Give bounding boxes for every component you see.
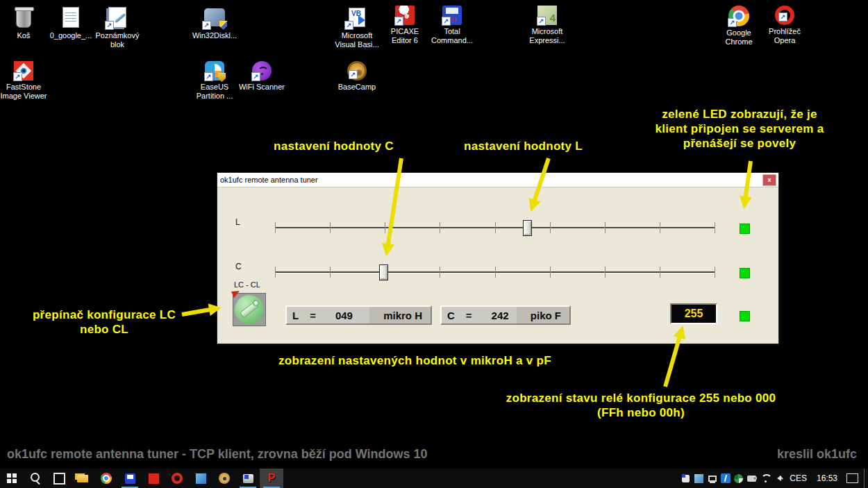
slider-tick: [330, 222, 331, 233]
tray-item-defender[interactable]: [732, 469, 745, 488]
desktop-icon-basecamp[interactable]: ↗BaseCamp: [330, 61, 384, 92]
taskbar-item-picaxe[interactable]: [142, 469, 165, 488]
desktop-icon-faststone[interactable]: ↗FastStoneImage Viewer: [0, 61, 51, 101]
annotation-relay-line2: (FFh nebo 00h): [478, 405, 804, 420]
slider-tick: [550, 222, 551, 233]
slider-tick: [660, 267, 660, 278]
desktop-icon-label: PICAXEEditor 6: [378, 27, 432, 45]
desktop-icon-label: MicrosoftVisual Basi...: [330, 31, 384, 49]
shortcut-arrow-icon: ↗: [778, 12, 787, 22]
desktop-icon-easeus[interactable]: ↗EaseUSPartition ...: [187, 61, 242, 101]
chrome-icon: ↗: [728, 6, 749, 26]
taskbar-item-faststone[interactable]: [212, 469, 236, 488]
tray-item-bluetooth[interactable]: [719, 469, 732, 488]
taskbar-item-total-commander[interactable]: [118, 469, 142, 488]
file-explorer-icon: [76, 471, 90, 485]
slider-c-thumb[interactable]: [379, 264, 388, 280]
taskbar-item-opera[interactable]: [165, 469, 189, 488]
taskbar-item-photos[interactable]: [189, 469, 212, 488]
tray-item-volume-muted[interactable]: [771, 469, 785, 488]
window-title: ok1ufc remote antenna tuner: [220, 176, 318, 184]
annotation-switch: přepínač konfigurace LC nebo CL: [7, 308, 201, 337]
slider-tick: [715, 267, 715, 278]
notification-center-icon[interactable]: [846, 473, 858, 483]
tray-app-icon: [681, 473, 691, 483]
search-icon: [28, 471, 42, 485]
annotation-switch-line1: přepínač konfigurace LC: [7, 308, 201, 322]
taskbar-item-file-explorer[interactable]: [71, 469, 94, 488]
slider-tick: [605, 222, 606, 233]
tray-monitors-icon: [708, 473, 717, 483]
close-button[interactable]: x: [762, 174, 776, 186]
desktop-icon-label: Win32Diskl...: [187, 31, 242, 40]
led-l: [740, 224, 750, 234]
photos-icon: [194, 471, 208, 485]
slider-tick: [440, 267, 440, 278]
shortcut-arrow-icon: ↗: [537, 17, 546, 26]
tray-item-monitors[interactable]: [706, 469, 719, 488]
shortcut-arrow-icon: ↗: [344, 21, 353, 30]
tray-icons: [679, 469, 785, 488]
opera-icon: [170, 471, 184, 485]
c-display-eq: =: [466, 310, 472, 321]
slider-tick: [495, 222, 496, 233]
tray-item-phone[interactable]: [745, 469, 758, 488]
led-relay: [740, 311, 750, 321]
annotation-relay: zobrazení stavu relé konfigurace 255 neb…: [478, 391, 804, 420]
chrome-icon: [99, 471, 113, 485]
language-indicator[interactable]: CES: [790, 473, 807, 483]
tuner-window: ok1ufc remote antenna tuner x L C LC - C…: [217, 172, 779, 346]
annotation-led-line2: klient připojen se serverem a: [628, 121, 851, 136]
c-value-display: C = 242 piko F: [440, 305, 571, 325]
taskbar-item-win32-disk-imager[interactable]: [236, 469, 260, 488]
desktop-icon-label: TotalCommand...: [425, 27, 479, 45]
caption-left: ok1ufc remote antenna tuner - TCP klient…: [7, 447, 428, 462]
slider-l-label: L: [235, 217, 240, 227]
tray-item-app[interactable]: [679, 469, 692, 488]
diskimager-icon: ↗: [203, 6, 226, 29]
lc-cl-label: LC - CL: [234, 280, 260, 289]
picaxe-icon: [147, 471, 160, 485]
slider-c-label: C: [235, 262, 242, 271]
clock[interactable]: 16:53: [817, 473, 837, 483]
annotation-l: nastavení hodnoty L: [464, 139, 583, 153]
vb-icon: VB↗: [345, 6, 369, 29]
taskbar-item-search[interactable]: [24, 469, 47, 488]
title-bar[interactable]: ok1ufc remote antenna tuner x: [217, 173, 778, 187]
shortcut-arrow-icon: ↗: [202, 21, 211, 30]
desktop-icon-notepad[interactable]: ↗Poznámkovýblok: [90, 6, 144, 49]
notepad-icon: ↗: [106, 6, 129, 29]
desktop-icon-opera[interactable]: ↗ProhlížečOpera: [758, 6, 812, 45]
led-c: [740, 268, 750, 278]
taskbar-item-picaxe-editor[interactable]: P: [260, 469, 283, 488]
slider-l-thumb[interactable]: [523, 220, 532, 236]
lc-cl-switch[interactable]: [233, 293, 266, 326]
desktop-icon-totalcmd[interactable]: 64↗TotalCommand...: [425, 6, 479, 45]
faststone-icon: [217, 471, 231, 485]
show-desktop-button[interactable]: [864, 469, 868, 488]
taskbar-item-chrome[interactable]: [94, 469, 118, 488]
slider-l-track[interactable]: [275, 227, 715, 228]
desktop-icon-expression[interactable]: 4↗MicrosoftExpressi...: [520, 6, 574, 45]
desktop-icon-diskimager[interactable]: ↗Win32Diskl...: [187, 6, 242, 40]
slider-tick: [275, 222, 276, 233]
taskbar-item-task-view[interactable]: [47, 469, 71, 488]
shortcut-arrow-icon: ↗: [204, 72, 213, 81]
annotation-switch-line2: nebo CL: [7, 322, 201, 337]
desktop-icon-wifi[interactable]: ↗WiFi Scanner: [235, 61, 289, 92]
slider-c-track[interactable]: [275, 271, 715, 273]
annotation-led-line3: přenášejí se povely: [628, 136, 851, 151]
taskbar-item-start[interactable]: [0, 469, 24, 488]
task-view-icon: [52, 471, 66, 485]
picaxe-icon: ↗: [395, 6, 415, 25]
desktop-icon-vb[interactable]: VB↗MicrosoftVisual Basi...: [330, 6, 384, 49]
desktop-icon-picaxe[interactable]: ↗PICAXEEditor 6: [378, 6, 432, 45]
l-display-eq: =: [310, 310, 316, 321]
wifi-icon: ↗: [252, 61, 272, 81]
tray-item-wifi[interactable]: [758, 469, 771, 488]
knob-icon: [235, 295, 264, 324]
slider-tick: [605, 267, 606, 278]
annotation-relay-line1: zobrazení stavu relé konfigurace 255 neb…: [478, 391, 804, 405]
tray-item-photos[interactable]: [692, 469, 706, 488]
desktop[interactable]: Koš0_google_...↗Poznámkovýblok↗Win32Disk…: [0, 0, 868, 488]
